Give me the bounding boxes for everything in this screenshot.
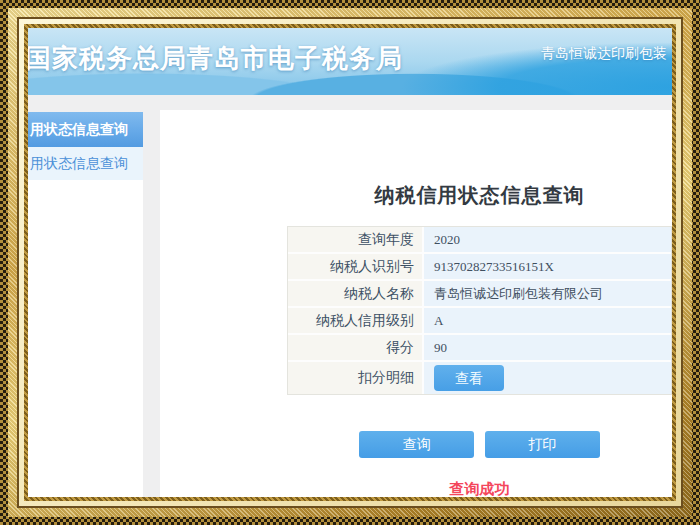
sidebar-item-credit-status-query[interactable]: 用状态信息查询 (28, 147, 143, 180)
site-header-banner: 国家税务总局青岛市电子税务局 青岛恒诚达印刷包装 (28, 28, 672, 95)
row-label-query-year: 查询年度 (288, 227, 424, 254)
print-button[interactable]: 打印 (485, 431, 600, 458)
site-title: 国家税务总局青岛市电子税务局 (28, 41, 403, 76)
table-row: 扣分明细 查看 (288, 362, 671, 394)
sidebar-menu-header[interactable]: 用状态信息查询 (28, 112, 143, 147)
row-value-deduction-detail: 查看 (424, 362, 671, 394)
gold-frame-inner-dots: 国家税务总局青岛市电子税务局 青岛恒诚达印刷包装 用状态信息查询 用状态信息查询… (24, 24, 676, 501)
table-row: 查询年度 2020 (288, 227, 671, 254)
row-value-taxpayer-id: 91370282733516151X (424, 254, 671, 281)
gold-frame-outer: 国家税务总局青岛市电子税务局 青岛恒诚达印刷包装 用状态信息查询 用状态信息查询… (0, 0, 700, 525)
table-row: 纳税人名称 青岛恒诚达印刷包装有限公司 (288, 281, 671, 308)
gold-frame-line: 国家税务总局青岛市电子税务局 青岛恒诚达印刷包装 用状态信息查询 用状态信息查询… (17, 17, 683, 508)
row-label-score: 得分 (288, 335, 424, 362)
action-button-row: 查询 打印 (287, 431, 672, 458)
main-panel: 纳税信用状态信息查询 查询年度 2020 纳税人识别号 913702827335… (160, 110, 672, 497)
sidebar: 用状态信息查询 用状态信息查询 (28, 112, 143, 497)
row-label-deduction-detail: 扣分明细 (288, 362, 424, 394)
row-value-taxpayer-name: 青岛恒诚达印刷包装有限公司 (424, 281, 671, 308)
page-title: 纳税信用状态信息查询 (287, 182, 672, 209)
table-row: 得分 90 (288, 335, 671, 362)
table-row: 纳税人信用级别 A (288, 308, 671, 335)
credit-status-table: 查询年度 2020 纳税人识别号 91370282733516151X 纳税人名… (287, 226, 672, 395)
row-label-credit-level: 纳税人信用级别 (288, 308, 424, 335)
row-value-query-year: 2020 (424, 227, 671, 254)
row-label-taxpayer-name: 纳税人名称 (288, 281, 424, 308)
page-content: 国家税务总局青岛市电子税务局 青岛恒诚达印刷包装 用状态信息查询 用状态信息查询… (28, 28, 672, 497)
gold-frame-band: 国家税务总局青岛市电子税务局 青岛恒诚达印刷包装 用状态信息查询 用状态信息查询… (8, 8, 692, 517)
query-form: 纳税信用状态信息查询 查询年度 2020 纳税人识别号 913702827335… (287, 110, 672, 497)
row-label-taxpayer-id: 纳税人识别号 (288, 254, 424, 281)
gold-frame-cream-band: 国家税务总局青岛市电子税务局 青岛恒诚达印刷包装 用状态信息查询 用状态信息查询… (19, 19, 681, 506)
view-detail-button[interactable]: 查看 (434, 365, 504, 391)
logged-in-company: 青岛恒诚达印刷包装 (541, 45, 667, 63)
status-message: 查询成功 (287, 480, 672, 497)
row-value-score: 90 (424, 335, 671, 362)
row-value-credit-level: A (424, 308, 671, 335)
query-button[interactable]: 查询 (359, 431, 474, 458)
table-row: 纳税人识别号 91370282733516151X (288, 254, 671, 281)
